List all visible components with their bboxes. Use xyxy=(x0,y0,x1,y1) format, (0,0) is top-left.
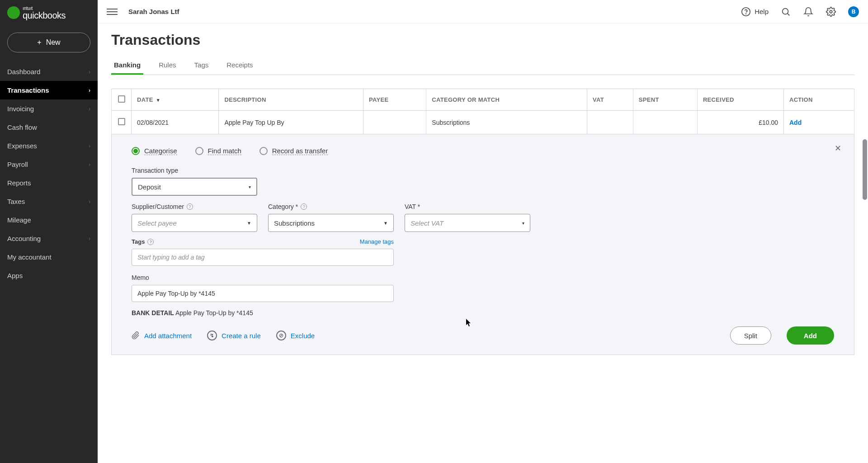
radio-find-match[interactable]: Find match xyxy=(195,147,241,155)
col-vat[interactable]: VAT xyxy=(587,89,633,111)
col-action[interactable]: ACTION xyxy=(783,89,854,111)
radio-label: Find match xyxy=(208,147,241,155)
tab-banking[interactable]: Banking xyxy=(111,57,143,75)
cell-category: Subscriptions xyxy=(426,111,587,134)
add-attachment-link[interactable]: Add attachment xyxy=(132,331,192,340)
col-received[interactable]: RECEIVED xyxy=(697,89,783,111)
nav-list: Dashboard›Transactions›Invoicing›Cash fl… xyxy=(0,62,98,285)
sidebar-item-taxes[interactable]: Taxes› xyxy=(0,192,98,211)
sidebar-item-apps[interactable]: Apps xyxy=(0,266,98,285)
sidebar-item-mileage[interactable]: Mileage xyxy=(0,211,98,229)
sidebar: ıntuıt quickbooks + New Dashboard›Transa… xyxy=(0,0,98,463)
tab-rules[interactable]: Rules xyxy=(156,57,179,75)
vat-label: VAT * xyxy=(405,203,530,210)
sidebar-item-dashboard[interactable]: Dashboard› xyxy=(0,62,98,81)
tab-tags[interactable]: Tags xyxy=(192,57,212,75)
sidebar-item-invoicing[interactable]: Invoicing› xyxy=(0,99,98,118)
col-description[interactable]: DESCRIPTION xyxy=(219,89,363,111)
split-button[interactable]: Split xyxy=(730,326,771,345)
category-value: Subscriptions xyxy=(274,219,315,227)
select-all-checkbox[interactable] xyxy=(118,95,125,103)
cell-spent xyxy=(633,111,697,134)
category-select[interactable]: Subscriptions ▼ xyxy=(268,214,394,232)
add-attachment-label: Add attachment xyxy=(144,332,192,340)
sidebar-item-transactions[interactable]: Transactions› xyxy=(0,81,98,99)
brand-name: quickbooks xyxy=(23,11,66,20)
notifications-icon[interactable] xyxy=(803,6,814,17)
sidebar-item-label: Expenses xyxy=(7,142,37,150)
transaction-detail-panel: ✕ CategoriseFind matchRecord as transfer… xyxy=(111,134,854,355)
tabs: BankingRulesTagsReceipts xyxy=(111,57,854,75)
avatar[interactable]: B xyxy=(848,6,859,17)
sidebar-item-label: Payroll xyxy=(7,161,28,168)
sidebar-item-expenses[interactable]: Expenses› xyxy=(0,137,98,155)
cell-vat xyxy=(587,111,633,134)
sidebar-item-accounting[interactable]: Accounting› xyxy=(0,229,98,248)
create-rule-link[interactable]: ↯ Create a rule xyxy=(207,331,261,340)
cursor-icon xyxy=(466,319,472,327)
radio-label: Record as transfer xyxy=(272,147,328,155)
create-rule-label: Create a rule xyxy=(222,332,261,340)
sidebar-item-reports[interactable]: Reports xyxy=(0,174,98,192)
new-button[interactable]: + New xyxy=(7,33,90,52)
memo-input[interactable]: Apple Pay Top-Up by *4145 xyxy=(132,285,394,302)
add-button[interactable]: Add xyxy=(787,326,834,345)
radio-label: Categorise xyxy=(144,147,177,155)
cell-description: Apple Pay Top Up By xyxy=(219,111,363,134)
exclude-icon: ⊘ xyxy=(276,331,286,340)
help-button[interactable]: Help xyxy=(741,7,769,17)
chevron-right-icon: › xyxy=(89,161,90,168)
cell-payee xyxy=(363,111,426,134)
radio-record-as-transfer[interactable]: Record as transfer xyxy=(259,147,328,155)
col-date[interactable]: DATE▼ xyxy=(132,89,219,111)
table-row[interactable]: 02/08/2021 Apple Pay Top Up By Subscript… xyxy=(112,111,854,134)
menu-icon[interactable] xyxy=(107,6,118,17)
supplier-select[interactable]: Select payee ▼ xyxy=(132,214,257,232)
content: Transactions BankingRulesTagsReceipts DA… xyxy=(98,24,868,463)
sidebar-item-label: Reports xyxy=(7,179,31,187)
company-name: Sarah Jonas Ltf xyxy=(128,8,179,15)
vat-select[interactable]: Select VAT ▾ xyxy=(405,214,530,232)
col-payee[interactable]: PAYEE xyxy=(363,89,426,111)
col-category[interactable]: CATEGORY OR MATCH xyxy=(426,89,587,111)
chevron-right-icon: › xyxy=(89,198,90,205)
sidebar-item-payroll[interactable]: Payroll› xyxy=(0,155,98,174)
search-icon[interactable] xyxy=(780,6,791,17)
plus-icon: + xyxy=(37,38,41,47)
help-icon xyxy=(741,7,751,17)
chevron-right-icon: › xyxy=(89,87,90,94)
svg-point-2 xyxy=(783,8,788,14)
close-icon[interactable]: ✕ xyxy=(835,143,841,153)
row-checkbox[interactable] xyxy=(118,118,125,125)
chevron-down-icon: ▾ xyxy=(522,221,524,226)
rule-icon: ↯ xyxy=(207,331,217,340)
sort-desc-icon: ▼ xyxy=(156,98,160,103)
exclude-link[interactable]: ⊘ Exclude xyxy=(276,331,315,340)
bank-detail: BANK DETAIL Apple Pay Top-Up by *4145 xyxy=(132,309,834,317)
caret-down-icon: ▼ xyxy=(383,221,388,226)
sidebar-item-my-accountant[interactable]: My accountant xyxy=(0,248,98,266)
settings-icon[interactable] xyxy=(826,6,836,17)
main: Sarah Jonas Ltf Help B Transactions Bank… xyxy=(98,0,868,463)
chevron-right-icon: › xyxy=(89,236,90,242)
categorise-radio-group: CategoriseFind matchRecord as transfer xyxy=(132,147,834,155)
manage-tags-link[interactable]: Manage tags xyxy=(360,238,394,245)
help-icon[interactable]: ? xyxy=(301,203,307,210)
col-spent[interactable]: SPENT xyxy=(633,89,697,111)
radio-categorise[interactable]: Categorise xyxy=(132,147,177,155)
row-add-link[interactable]: Add xyxy=(789,119,802,126)
tags-input[interactable]: Start typing to add a tag xyxy=(132,249,394,266)
tags-label: Tags? xyxy=(132,238,154,245)
scrollbar[interactable] xyxy=(863,139,867,200)
category-label: Category *? xyxy=(268,203,394,210)
help-icon[interactable]: ? xyxy=(147,239,154,245)
sidebar-item-label: My accountant xyxy=(7,253,52,261)
tab-receipts[interactable]: Receipts xyxy=(224,57,255,75)
svg-point-4 xyxy=(830,10,832,13)
attachment-icon xyxy=(132,331,140,340)
help-icon[interactable]: ? xyxy=(187,203,193,210)
transaction-type-label: Transaction type xyxy=(132,167,257,174)
sidebar-item-cash-flow[interactable]: Cash flow xyxy=(0,118,98,137)
transaction-type-select[interactable]: Deposit ▾ xyxy=(132,178,257,196)
svg-point-1 xyxy=(746,14,746,14)
